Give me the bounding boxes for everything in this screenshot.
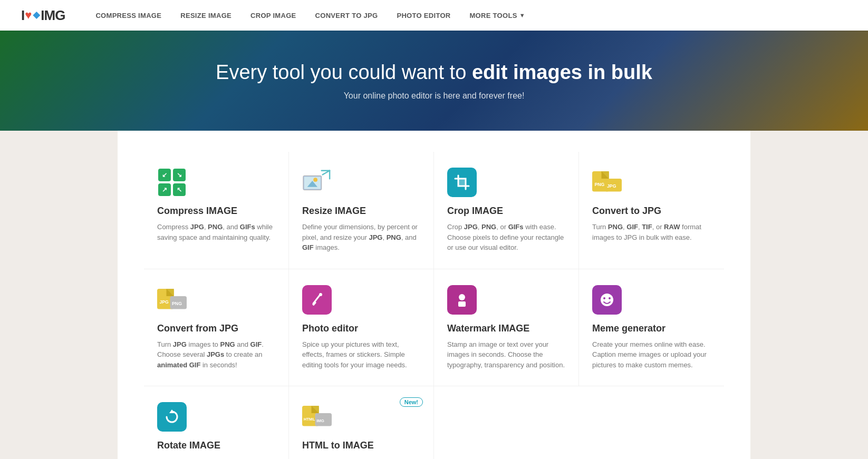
tool-name-convert-jpg: Convert to JPG: [592, 206, 711, 217]
tool-name-rotate: Rotate IMAGE: [157, 440, 275, 451]
logo-text: I: [21, 7, 24, 24]
header: I ♥ IMG COMPRESS IMAGE RESIZE IMAGE CROP…: [0, 0, 868, 31]
svg-text:PNG: PNG: [594, 182, 604, 187]
svg-point-28: [603, 297, 605, 299]
svg-point-24: [319, 293, 322, 296]
tools-grid: ↙ ↘ ↗ ↖ Compress IMAGE Compress JPG, PNG…: [144, 152, 724, 459]
nav-resize[interactable]: RESIZE IMAGE: [171, 12, 241, 19]
hero-section: Every tool you could want to edit images…: [0, 31, 868, 131]
svg-point-29: [609, 297, 611, 299]
photo-editor-icon: [302, 285, 332, 315]
tool-card-html-to-image[interactable]: New! HTML → IMG HTML to IMAGE Convert we…: [289, 386, 434, 459]
tool-card-compress[interactable]: ↙ ↘ ↗ ↖ Compress IMAGE Compress JPG, PNG…: [144, 152, 289, 269]
logo-diamond-icon: [33, 12, 40, 19]
svg-text:PNG: PNG: [172, 300, 182, 306]
tool-name-convert-from-jpg: Convert from JPG: [157, 323, 275, 334]
logo-heart-icon: ♥: [25, 8, 32, 22]
tool-card-convert-jpg[interactable]: PNG → JPG Convert to JPG Turn PNG, GIF, …: [579, 152, 724, 269]
new-badge: New!: [400, 397, 423, 407]
tool-card-rotate[interactable]: Rotate IMAGE Rotate many images JPG, PNG…: [144, 386, 289, 459]
tool-desc-convert-jpg: Turn PNG, GIF, TIF, or RAW format images…: [592, 222, 711, 242]
main-nav: COMPRESS IMAGE RESIZE IMAGE CROP IMAGE C…: [86, 12, 534, 19]
tool-card-meme[interactable]: Meme generator Create your memes online …: [579, 269, 724, 387]
svg-point-27: [601, 294, 613, 306]
logo[interactable]: I ♥ IMG: [21, 7, 65, 24]
chevron-down-icon: ▼: [519, 12, 525, 18]
tool-name-meme: Meme generator: [592, 323, 711, 334]
svg-rect-26: [458, 301, 466, 307]
resize-svg: [302, 169, 332, 196]
nav-convert-jpg[interactable]: CONVERT TO JPG: [306, 12, 388, 19]
svg-rect-7: [458, 179, 466, 186]
resize-icon: [302, 168, 332, 197]
tool-name-html-to-image: HTML to IMAGE: [302, 440, 420, 451]
svg-text:JPG: JPG: [607, 183, 616, 189]
tool-desc-rotate: Rotate many images JPG, PNG or GIF at sa…: [157, 456, 275, 459]
new-badge-container: New!: [400, 397, 423, 411]
nav-more-tools[interactable]: MORE TOOLS ▼: [460, 12, 534, 19]
tool-desc-crop: Crop JPG, PNG, or GIFs with ease. Choose…: [447, 222, 565, 253]
nav-compress[interactable]: COMPRESS IMAGE: [86, 12, 171, 19]
convert-from-jpg-icon: JPG → PNG: [157, 285, 187, 315]
tool-card-convert-from-jpg[interactable]: JPG → PNG Convert from JPG Turn JPG imag…: [144, 269, 289, 387]
tool-card-photo-editor[interactable]: Photo editor Spice up your pictures with…: [289, 269, 434, 387]
nav-photo-editor[interactable]: PHOTO EDITOR: [387, 12, 460, 19]
rotate-icon: [157, 402, 187, 432]
crop-icon: [447, 168, 477, 197]
tool-desc-html-to-image: Convert webpages in HTML to JPG or SVG. …: [302, 456, 420, 459]
tool-desc-compress: Compress JPG, PNG, and GIFs while saving…: [157, 222, 275, 242]
tool-desc-meme: Create your memes online with ease. Capt…: [592, 339, 711, 370]
tools-container: ↙ ↘ ↗ ↖ Compress IMAGE Compress JPG, PNG…: [118, 131, 750, 459]
tool-name-photo-editor: Photo editor: [302, 323, 420, 334]
meme-icon: [592, 285, 622, 315]
html-to-image-icon: HTML → IMG: [302, 402, 332, 432]
convert-jpg-icon: PNG → JPG: [592, 168, 622, 197]
logo-img-text: IMG: [41, 7, 65, 24]
tool-name-crop: Crop IMAGE: [447, 206, 565, 217]
svg-text:JPG: JPG: [159, 299, 169, 305]
tool-desc-watermark: Stamp an image or text over your images …: [447, 339, 565, 370]
watermark-icon: [447, 285, 477, 315]
tool-card-resize[interactable]: Resize IMAGE Define your dimensions, by …: [289, 152, 434, 269]
svg-point-3: [313, 178, 317, 182]
tool-desc-resize: Define your dimensions, by percent or pi…: [302, 222, 420, 253]
tool-desc-photo-editor: Spice up your pictures with text, effect…: [302, 339, 420, 370]
svg-point-25: [459, 294, 465, 300]
svg-text:IMG: IMG: [316, 418, 324, 423]
tool-name-compress: Compress IMAGE: [157, 206, 275, 217]
tool-name-watermark: Watermark IMAGE: [447, 323, 565, 334]
tool-name-resize: Resize IMAGE: [302, 206, 420, 217]
tool-card-watermark[interactable]: Watermark IMAGE Stamp an image or text o…: [434, 269, 579, 387]
hero-title: Every tool you could want to edit images…: [216, 61, 652, 85]
tool-desc-convert-from-jpg: Turn JPG images to PNG and GIF. Choose s…: [157, 339, 275, 370]
hero-subtitle: Your online photo editor is here and for…: [344, 91, 525, 101]
compress-icon: ↙ ↘ ↗ ↖: [157, 168, 187, 197]
nav-crop[interactable]: CROP IMAGE: [241, 12, 306, 19]
tool-card-crop[interactable]: Crop IMAGE Crop JPG, PNG, or GIFs with e…: [434, 152, 579, 269]
svg-text:HTML: HTML: [304, 417, 315, 422]
